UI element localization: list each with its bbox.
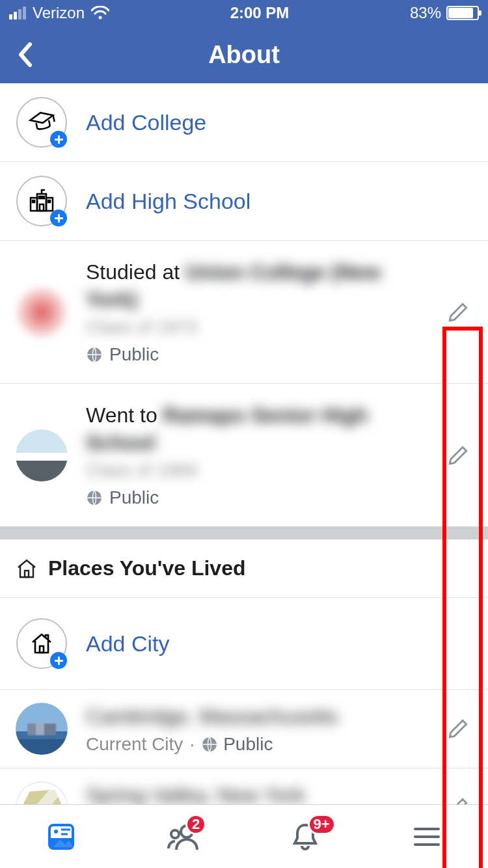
high-school-title: Went to Ramapo Senior High School <box>86 402 427 456</box>
add-high-school-label: Add High School <box>86 189 251 214</box>
school-building-icon <box>28 189 55 213</box>
high-school-privacy: Public <box>86 487 427 508</box>
current-city-sub: Current City· Public <box>86 734 427 755</box>
friends-badge: 2 <box>185 814 206 835</box>
graduation-cap-icon <box>27 110 56 135</box>
edit-college-button[interactable] <box>444 298 472 327</box>
pencil-icon <box>447 796 469 804</box>
battery-icon <box>446 6 479 20</box>
back-button[interactable] <box>12 42 38 68</box>
clock-label: 2:00 PM <box>230 4 290 22</box>
carrier-label: Verizon <box>33 4 85 22</box>
nav-bar: About <box>0 26 488 83</box>
edit-hometown-button[interactable] <box>444 793 472 804</box>
hometown-thumb <box>16 781 68 804</box>
college-entry-row[interactable]: Studied at Union College (New York) Clas… <box>0 240 488 384</box>
college-privacy: Public <box>86 344 427 365</box>
places-section-title: Places You've Lived <box>48 556 245 580</box>
hamburger-icon <box>413 826 441 847</box>
status-left: Verizon <box>9 4 109 22</box>
current-city-name: Cambridge, Massachusetts <box>86 703 427 731</box>
high-school-class-line: Class of 1969 <box>86 460 427 481</box>
add-high-school-icon-circle <box>16 176 67 226</box>
globe-icon <box>86 489 103 506</box>
college-class-line: Class of 1973 <box>86 317 427 338</box>
plus-badge-icon <box>50 131 67 148</box>
tab-menu[interactable] <box>366 805 489 868</box>
edit-current-city-button[interactable] <box>444 714 472 743</box>
add-college-icon-circle <box>16 97 67 148</box>
edit-high-school-button[interactable] <box>444 441 472 470</box>
tab-notifications[interactable]: 9+ <box>244 805 366 868</box>
notifications-badge: 9+ <box>308 814 336 835</box>
high-school-entry-row[interactable]: Went to Ramapo Senior High School Class … <box>0 384 488 526</box>
places-section-header: Places You've Lived <box>0 539 488 598</box>
svg-rect-4 <box>40 204 44 211</box>
college-title: Studied at Union College (New York) <box>86 259 427 313</box>
tab-bar: 2 9+ <box>0 804 488 868</box>
svg-rect-7 <box>33 200 34 202</box>
pencil-icon <box>447 718 469 740</box>
plus-badge-icon <box>50 210 67 226</box>
pencil-icon <box>447 444 469 467</box>
house-icon <box>29 632 55 655</box>
svg-rect-11 <box>25 571 29 577</box>
svg-rect-6 <box>42 197 44 198</box>
high-school-thumb <box>16 429 68 481</box>
globe-icon <box>201 736 218 753</box>
svg-rect-5 <box>39 197 41 198</box>
tab-friends[interactable]: 2 <box>122 805 245 868</box>
section-divider <box>0 526 488 539</box>
svg-point-18 <box>54 830 58 834</box>
add-city-row[interactable]: Add City <box>0 598 488 689</box>
signal-icon <box>9 7 26 20</box>
current-city-thumb <box>16 703 68 755</box>
hometown-name: Spring Valley, New York <box>86 782 427 804</box>
hometown-row[interactable]: Spring Valley, New York Hometown· Public <box>0 768 488 804</box>
svg-rect-8 <box>48 200 50 202</box>
college-logo-thumb <box>16 286 68 338</box>
add-college-label: Add College <box>86 110 206 135</box>
battery-label: 83% <box>410 4 441 22</box>
status-right: 83% <box>410 4 479 22</box>
page-title: About <box>208 41 280 69</box>
add-city-icon-circle <box>16 618 67 669</box>
svg-point-0 <box>99 16 102 20</box>
add-high-school-row[interactable]: Add High School <box>0 162 488 240</box>
content-area: Add College Add High School <box>0 83 488 804</box>
add-college-row[interactable]: Add College <box>0 83 488 162</box>
current-city-row[interactable]: Cambridge, Massachusetts Current City· P… <box>0 689 488 768</box>
status-bar: Verizon 2:00 PM 83% <box>0 0 488 26</box>
pencil-icon <box>447 301 469 323</box>
globe-icon <box>86 346 103 363</box>
tab-newsfeed[interactable] <box>0 805 122 868</box>
newsfeed-icon <box>46 821 77 852</box>
svg-rect-12 <box>40 646 44 653</box>
house-icon <box>16 558 38 579</box>
chevron-left-icon <box>17 42 33 67</box>
svg-point-22 <box>171 830 179 838</box>
add-city-label: Add City <box>86 631 170 657</box>
wifi-icon <box>91 6 109 20</box>
plus-badge-icon <box>50 652 67 669</box>
